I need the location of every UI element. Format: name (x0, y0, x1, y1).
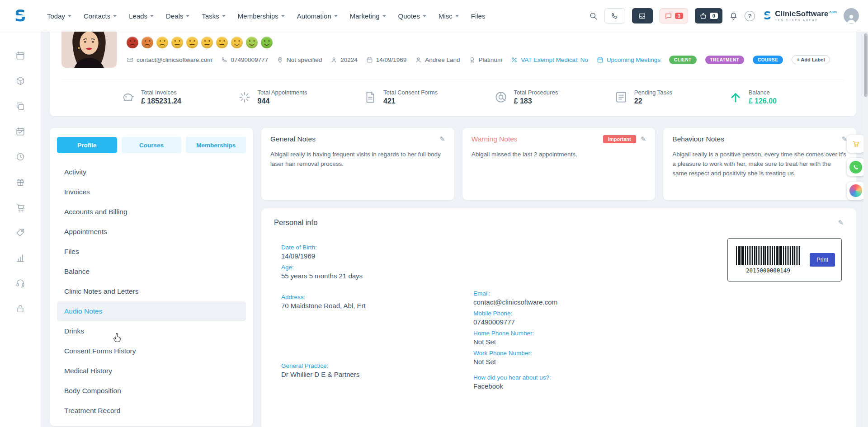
bookings-calendar-icon[interactable] (15, 127, 25, 136)
mood-face-9[interactable] (246, 37, 258, 48)
menu-item-medical-history[interactable]: Medical History (57, 361, 246, 381)
help-icon[interactable]: ? (745, 11, 755, 21)
nav-item-files[interactable]: Files (471, 12, 486, 20)
nav-item-memberships[interactable]: Memberships (238, 12, 285, 20)
mood-face-3[interactable] (156, 37, 168, 48)
calendar-icon[interactable] (15, 51, 25, 61)
tab-courses[interactable]: Courses (122, 137, 182, 153)
nav-item-deals[interactable]: Deals (166, 12, 189, 20)
nav-item-marketing[interactable]: Marketing (350, 12, 386, 20)
profile-tabs: Profile Courses Memberships (57, 137, 246, 153)
menu-item-clinic-notes-and-letters[interactable]: Clinic Notes and Letters (57, 282, 246, 301)
barcode (736, 246, 800, 265)
copy-icon[interactable] (15, 101, 25, 111)
note-body: Abigail really is having frequent visits… (270, 150, 445, 169)
floating-action-buttons (847, 135, 865, 200)
gift-icon[interactable] (15, 177, 25, 187)
client-owner: Andree Land (415, 56, 460, 63)
mood-face-10[interactable] (261, 37, 273, 48)
tab-profile[interactable]: Profile (57, 137, 117, 153)
menu-item-accounts-and-billing[interactable]: Accounts and Billing (57, 202, 246, 222)
field-work-phone: Work Phone Number:Not Set (473, 350, 844, 366)
scrollbar-thumb[interactable] (864, 33, 868, 97)
mood-face-6[interactable] (201, 37, 213, 48)
chevron-down-icon (113, 15, 117, 17)
messages-button[interactable]: 3 (660, 8, 688, 23)
vat-exempt-link[interactable]: VAT Exempt Medical: No (511, 56, 588, 63)
barcode-box: 2015000000149 Print (727, 238, 842, 282)
history-icon[interactable] (15, 152, 25, 162)
pin-icon (277, 56, 283, 63)
call-float-button[interactable] (847, 158, 865, 176)
print-button[interactable]: Print (810, 253, 835, 267)
menu-item-recommended-products[interactable]: Recommended Products (57, 421, 246, 427)
note-title: General Notes (270, 135, 316, 143)
client-membership: Platinum (469, 56, 503, 63)
menu-item-consent-forms-history[interactable]: Consent Forms History (57, 341, 246, 361)
profile-menu: Activity Invoices Accounts and Billing A… (57, 162, 246, 427)
inbox-button[interactable] (632, 8, 653, 23)
menu-item-invoices[interactable]: Invoices (57, 182, 246, 202)
nav-item-today[interactable]: Today (47, 12, 71, 20)
mood-face-2[interactable] (142, 37, 153, 48)
barcode-number: 2015000000149 (734, 267, 802, 274)
menu-item-appointments[interactable]: Appointments (57, 222, 246, 242)
nav-item-automation[interactable]: Automation (297, 12, 338, 20)
nav-item-contacts[interactable]: Contacts (84, 12, 117, 20)
tab-memberships[interactable]: Memberships (186, 137, 246, 153)
menu-item-treatment-record[interactable]: Treatment Record (57, 401, 246, 421)
menu-item-audio-notes[interactable]: Audio Notes (57, 301, 246, 321)
mood-face-5[interactable] (186, 37, 198, 48)
tag-icon[interactable] (15, 228, 25, 238)
cart-float-button[interactable] (847, 135, 865, 153)
cart-icon[interactable] (15, 202, 25, 212)
menu-item-files[interactable]: Files (57, 242, 246, 262)
mail-icon (127, 56, 133, 63)
reports-chart-icon[interactable] (15, 253, 25, 263)
menu-item-body-composition[interactable]: Body Composition (57, 381, 246, 401)
notes-row: General Notes ✎ Abigail really is having… (261, 128, 856, 200)
edit-icon[interactable]: ✎ (641, 135, 646, 143)
piggy-bank-icon (121, 90, 135, 104)
search-icon[interactable] (589, 12, 598, 20)
edit-icon[interactable]: ✎ (838, 219, 844, 227)
edit-icon[interactable]: ✎ (439, 135, 445, 143)
user-avatar[interactable] (844, 8, 859, 23)
basket-icon (699, 12, 707, 20)
stat-pending-tasks: Pending Tasks22 (614, 89, 672, 105)
menu-item-drinks[interactable]: Drinks (57, 321, 246, 341)
checklist-icon (614, 90, 628, 104)
package-icon[interactable] (15, 76, 25, 86)
mood-face-7[interactable] (216, 37, 228, 48)
menu-item-activity[interactable]: Activity (57, 162, 246, 182)
lock-icon[interactable] (15, 304, 25, 314)
dialer-button[interactable] (604, 8, 625, 23)
personal-info-left-column: Date of Birth:14/09/1969 Age:55 years 5 … (281, 244, 473, 394)
ai-assistant-button[interactable] (847, 182, 865, 200)
nav-item-quotes[interactable]: Quotes (398, 12, 426, 20)
satisfaction-scale (127, 37, 844, 48)
support-icon[interactable] (15, 278, 25, 288)
chat-bubble-icon (665, 12, 672, 20)
stat-total-procedures: Total Procedures£ 183 (494, 89, 558, 105)
cart-icon (852, 140, 859, 147)
field-mobile-phone: Mobile Phone:07490009777 (473, 310, 844, 326)
mood-face-8[interactable] (231, 37, 243, 48)
wheel-icon (494, 90, 508, 104)
label-client: CLIENT (669, 56, 697, 64)
field-date-of-birth: Date of Birth:14/09/1969 (281, 244, 473, 260)
field-email: Email:contact@clinicsoftware.com (473, 290, 844, 306)
mood-face-4[interactable] (171, 37, 183, 48)
nav-item-tasks[interactable]: Tasks (202, 12, 225, 20)
notifications-bell-icon[interactable] (729, 12, 738, 20)
upcoming-meetings-link[interactable]: Upcoming Meetings (597, 56, 660, 63)
app-logo[interactable]: S (0, 8, 41, 24)
basket-button[interactable]: 0 (695, 8, 722, 23)
menu-item-balance[interactable]: Balance (57, 262, 246, 282)
add-label-button[interactable]: + Add Label (792, 55, 830, 64)
personal-info-right-column: Email:contact@clinicsoftware.com Mobile … (473, 290, 844, 394)
nav-item-misc[interactable]: Misc (439, 12, 459, 20)
messages-count-badge: 3 (675, 13, 683, 19)
nav-item-leads[interactable]: Leads (129, 12, 154, 20)
mood-face-1[interactable] (127, 37, 138, 48)
